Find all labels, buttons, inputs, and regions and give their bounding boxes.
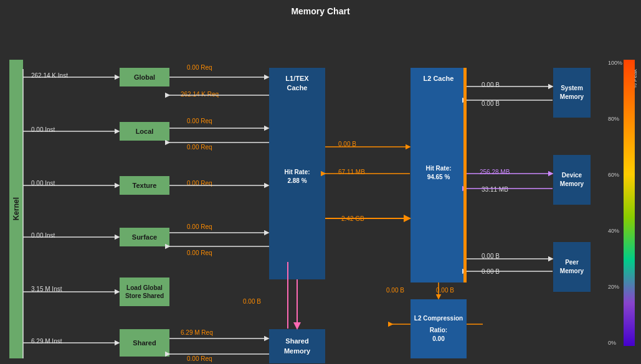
page-title: Memory Chart	[0, 0, 641, 16]
l1-l2-bottom-label: 67.11 MB	[338, 169, 365, 175]
shared-box: Shared	[120, 329, 169, 357]
chart-area: Kernel Global Local Texture Surface Load…	[0, 19, 641, 362]
kernel-label: Kernel	[12, 197, 21, 220]
system-memory-box: System Memory	[553, 68, 591, 118]
kernel-box: Kernel	[9, 60, 23, 358]
texture-inst-label: 0.00 Inst	[31, 180, 55, 187]
l2-pm-bottom-label: 0.00 B	[482, 268, 500, 275]
surface-box: Surface	[120, 228, 169, 246]
global-req2-label: 262.14 K Req	[181, 91, 219, 98]
l1-shared-label: 0.00 B	[243, 298, 261, 305]
l1tex-box: L1/TEXCache Hit Rate:2.88 %	[269, 68, 325, 279]
surface-inst-label: 0.00 Inst	[31, 232, 55, 239]
l2-pm-top-label: 0.00 B	[482, 253, 500, 259]
global-box: Global	[120, 68, 169, 86]
local-inst-label: 0.00 Inst	[31, 126, 55, 133]
l2-dm-top-label: 256.28 MB	[480, 169, 510, 175]
surface-req1-label: 0.00 Req	[187, 223, 212, 230]
lgss-inst-label: 3.15 M Inst	[31, 286, 62, 292]
texture-req1-label: 0.00 Req	[187, 180, 212, 187]
gradient-svg	[624, 60, 635, 346]
l2comp-right-label: 0.00 B	[436, 287, 454, 294]
l1-l2-bypass-label: 2.42 GB	[341, 215, 364, 222]
l2comp-left-label: 0.00 B	[386, 287, 404, 294]
global-req1-label: 0.00 Req	[187, 64, 212, 71]
l2-sm-top-label: 0.00 B	[482, 82, 500, 88]
l2cache-box: L2 Cache Hit Rate:94.65 %	[411, 68, 467, 282]
l2-sm-bottom-label: 0.00 B	[482, 100, 500, 107]
shared-memory-box: Shared Memory	[269, 329, 325, 363]
surface-req2-label: 0.00 Req	[187, 250, 212, 256]
l2-dm-bottom-label: 33.11 MB	[482, 186, 508, 193]
local-req2-label: 0.00 Req	[187, 144, 212, 151]
peer-memory-box: Peer Memory	[553, 242, 591, 292]
device-memory-box: Device Memory	[553, 155, 591, 205]
global-inst-label: 262.14 K Inst	[31, 72, 68, 79]
local-req1-label: 0.00 Req	[187, 118, 212, 124]
texture-box: Texture	[120, 176, 169, 195]
l2compression-box: L2 Compression Ratio:0.00	[411, 299, 467, 358]
pct-labels: 100% 80% 60% 40% 20% 0%	[608, 60, 622, 346]
lgss-box: Load Global Store Shared	[120, 278, 169, 306]
shared-req2-label: 0.00 Req	[187, 355, 212, 362]
shared-req1-label: 6.29 M Req	[181, 329, 213, 336]
shared-inst-label: 6.29 M Inst	[31, 338, 62, 345]
l1-l2-top-label: 0.00 B	[338, 141, 356, 147]
svg-rect-31	[624, 60, 635, 346]
local-box: Local	[120, 122, 169, 141]
gradient-bar	[624, 60, 635, 346]
